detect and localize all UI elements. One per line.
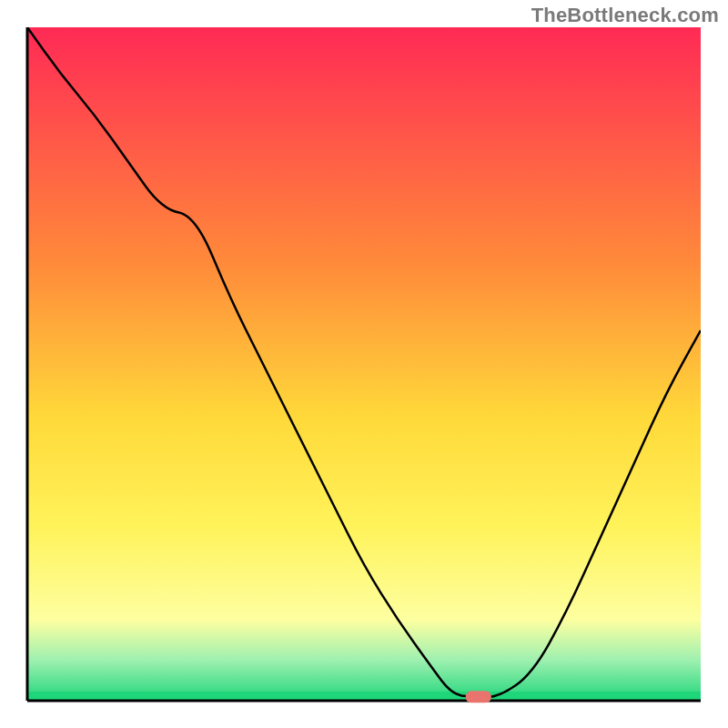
watermark-label: TheBottleneck.com bbox=[531, 4, 719, 27]
optimum-marker-icon bbox=[466, 691, 491, 703]
bottleneck-chart: TheBottleneck.com bbox=[0, 0, 728, 728]
chart-svg bbox=[0, 0, 728, 728]
plot-background bbox=[27, 27, 701, 701]
